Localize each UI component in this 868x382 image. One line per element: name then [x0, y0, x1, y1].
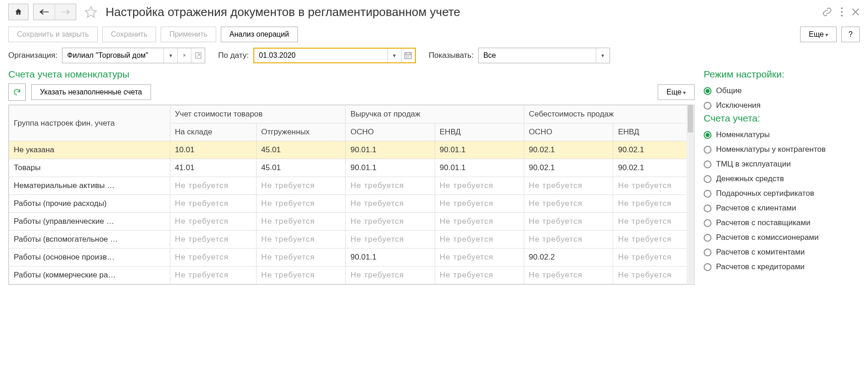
table-row[interactable]: Нематериальные активы …Не требуетсяНе тр… [9, 177, 694, 195]
cell-group[interactable]: Работы (коммерческие ра… [9, 266, 170, 284]
cell-value[interactable]: Не требуется [613, 266, 694, 284]
cell-value[interactable]: Не требуется [170, 249, 257, 266]
org-input[interactable] [62, 48, 163, 63]
col-cost[interactable]: Учет стоимости товаров [170, 105, 346, 123]
scrollbar-thumb[interactable] [688, 105, 693, 133]
cell-value[interactable]: Не требуется [346, 266, 435, 284]
org-select[interactable]: ▾ × [62, 48, 205, 63]
help-button[interactable]: ? [841, 27, 860, 42]
cell-value[interactable]: 90.01.1 [346, 141, 435, 159]
accounts-option[interactable]: Номенклатуры у контрагентов [704, 142, 860, 157]
table-row[interactable]: Товары41.0145.0190.01.190.01.190.02.190.… [9, 159, 694, 177]
table-more-button[interactable]: Еще [658, 84, 694, 100]
cell-value[interactable]: Не требуется [257, 249, 346, 266]
cell-value[interactable]: 90.02.1 [524, 141, 613, 159]
org-dropdown-icon[interactable]: ▾ [163, 48, 177, 63]
cell-value[interactable]: Не требуется [346, 231, 435, 249]
radio-icon[interactable] [704, 161, 711, 168]
cell-value[interactable]: 90.01.1 [346, 159, 435, 177]
col-osno2[interactable]: ОСНО [524, 123, 613, 141]
cell-value[interactable]: Не требуется [524, 231, 613, 249]
cell-value[interactable]: Не требуется [170, 177, 257, 195]
radio-icon[interactable] [704, 249, 711, 256]
analysis-button[interactable]: Анализ операций [221, 27, 298, 42]
calendar-icon[interactable] [401, 49, 415, 62]
home-button[interactable] [8, 4, 28, 20]
cell-value[interactable]: 90.01.1 [435, 141, 524, 159]
accounts-option[interactable]: Расчетов с поставщиками [704, 216, 860, 230]
apply-button[interactable]: Применить [161, 27, 216, 42]
accounts-option[interactable]: Расчетов с кредиторами [704, 260, 860, 274]
radio-icon[interactable] [704, 190, 711, 198]
refresh-button[interactable] [8, 83, 26, 101]
cell-value[interactable]: Не требуется [613, 213, 694, 231]
save-button[interactable]: Сохранить [102, 27, 157, 42]
date-input[interactable] [254, 49, 387, 62]
accounts-option[interactable]: Денежных средств [704, 172, 860, 186]
cell-value[interactable]: 90.01.1 [435, 159, 524, 177]
cell-value[interactable]: 90.02.1 [613, 159, 694, 177]
cell-value[interactable]: Не требуется [346, 177, 435, 195]
favorite-star-icon[interactable] [84, 6, 97, 18]
cell-value[interactable]: 90.02.1 [613, 141, 694, 159]
show-input[interactable] [479, 48, 596, 63]
cell-value[interactable]: Не требуется [613, 231, 694, 249]
mode-option[interactable]: Общие [704, 83, 860, 98]
radio-icon[interactable] [704, 131, 711, 139]
back-button[interactable] [34, 4, 55, 20]
show-select[interactable]: ▾ [478, 48, 610, 63]
col-envd1[interactable]: ЕНВД [435, 123, 524, 141]
cell-value[interactable]: Не требуется [435, 177, 524, 195]
cell-group[interactable]: Товары [9, 159, 170, 177]
cell-value[interactable]: Не требуется [170, 266, 257, 284]
accounts-option[interactable]: Подарочных сертификатов [704, 186, 860, 201]
table-row[interactable]: Работы (основное произв…Не требуетсяНе т… [9, 249, 694, 266]
forward-button[interactable] [55, 4, 76, 20]
radio-icon[interactable] [704, 146, 711, 154]
table-scrollbar[interactable] [687, 105, 694, 284]
date-select[interactable]: ▾ [253, 48, 416, 63]
accounts-option[interactable]: Расчетов с комиссионерами [704, 230, 860, 245]
close-icon[interactable] [851, 8, 860, 16]
kebab-menu-icon[interactable] [840, 7, 843, 17]
cell-value[interactable]: Не требуется [346, 213, 435, 231]
save-close-button[interactable]: Сохранить и закрыть [8, 27, 98, 42]
cell-value[interactable]: 41.01 [170, 159, 257, 177]
cell-group[interactable]: Работы (вспомогательное … [9, 231, 170, 249]
cell-value[interactable]: 90.02.2 [524, 249, 613, 266]
cell-value[interactable]: Не требуется [435, 231, 524, 249]
cell-value[interactable]: Не требуется [170, 195, 257, 213]
cell-value[interactable]: Не требуется [257, 195, 346, 213]
radio-icon[interactable] [704, 234, 711, 242]
cell-value[interactable]: Не требуется [257, 231, 346, 249]
cell-value[interactable]: 45.01 [257, 141, 346, 159]
show-dropdown-icon[interactable]: ▾ [596, 48, 610, 63]
cell-value[interactable]: Не требуется [257, 213, 346, 231]
cell-value[interactable]: Не требуется [257, 177, 346, 195]
cell-value[interactable]: Не требуется [257, 266, 346, 284]
cell-value[interactable]: 90.01.1 [346, 249, 435, 266]
col-osno1[interactable]: ОСНО [346, 123, 435, 141]
col-revenue[interactable]: Выручка от продаж [346, 105, 524, 123]
cell-value[interactable]: Не требуется [435, 266, 524, 284]
accounts-option[interactable]: Расчетов с клиентами [704, 201, 860, 216]
org-clear-icon[interactable]: × [177, 48, 191, 63]
cell-group[interactable]: Работы (управленческие … [9, 213, 170, 231]
cell-value[interactable]: 45.01 [257, 159, 346, 177]
cell-value[interactable]: 10.01 [170, 141, 257, 159]
col-onstock[interactable]: На складе [170, 123, 257, 141]
link-icon[interactable] [822, 7, 832, 17]
radio-icon[interactable] [704, 219, 711, 227]
cell-value[interactable]: Не требуется [170, 231, 257, 249]
cell-value[interactable]: Не требуется [524, 177, 613, 195]
radio-icon[interactable] [704, 205, 711, 212]
cell-group[interactable]: Нематериальные активы … [9, 177, 170, 195]
col-envd2[interactable]: ЕНВД [613, 123, 694, 141]
col-cogs[interactable]: Себестоимость продаж [524, 105, 694, 123]
cell-value[interactable]: 90.02.1 [524, 159, 613, 177]
radio-icon[interactable] [704, 175, 711, 183]
radio-icon[interactable] [704, 102, 711, 110]
radio-icon[interactable] [704, 87, 711, 95]
cell-value[interactable]: Не требуется [346, 195, 435, 213]
toolbar-more-button[interactable]: Еще [800, 27, 837, 42]
